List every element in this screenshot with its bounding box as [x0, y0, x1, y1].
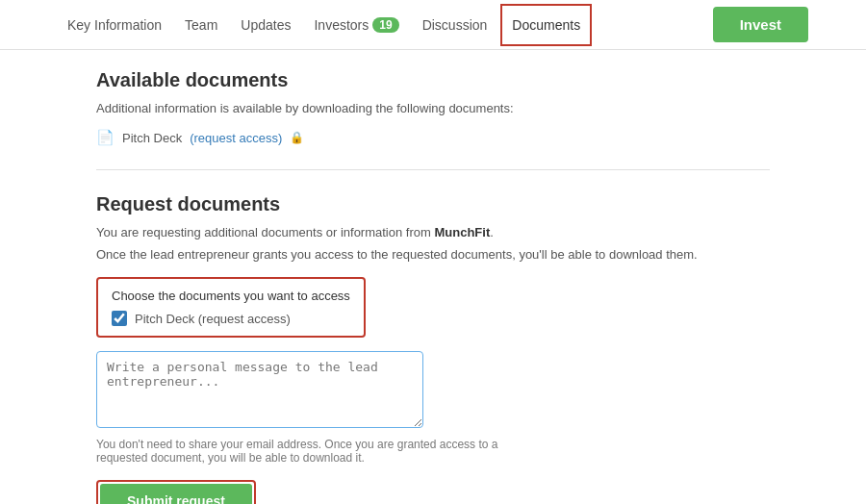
message-textarea[interactable] [96, 351, 423, 428]
choose-label: Choose the documents you want to access [112, 289, 350, 303]
document-icon: 📄 [96, 129, 115, 146]
request-desc1-suffix: . [490, 225, 494, 239]
pitch-deck-checkbox[interactable] [112, 311, 127, 326]
note-text: You don't need to share your email addre… [96, 438, 539, 465]
company-name: MunchFit [434, 225, 490, 239]
request-desc1: You are requesting additional documents … [96, 225, 770, 239]
nav-team[interactable]: Team [175, 4, 227, 46]
nav-investors[interactable]: Investors 19 [304, 4, 408, 46]
investors-badge-count: 19 [372, 17, 398, 33]
nav-investors-label: Investors [314, 17, 369, 33]
choose-documents-box: Choose the documents you want to access … [96, 277, 366, 338]
available-docs-title: Available documents [96, 69, 770, 91]
page-content: Available documents Additional informati… [0, 50, 866, 504]
nav-documents[interactable]: Documents [500, 4, 592, 46]
submit-button-wrapper: Submit request [96, 480, 256, 504]
nav-discussion[interactable]: Discussion [413, 4, 497, 46]
invest-button[interactable]: Invest [713, 7, 808, 42]
request-access-link[interactable]: (request access) [190, 131, 282, 145]
request-desc1-prefix: You are requesting additional documents … [96, 225, 434, 239]
pitch-deck-checkbox-label[interactable]: Pitch Deck (request access) [135, 312, 291, 326]
lock-icon: 🔒 [290, 131, 304, 144]
available-docs-desc: Additional information is available by d… [96, 101, 770, 115]
request-desc2: Once the lead entrepreneur grants you ac… [96, 247, 770, 262]
nav-updates[interactable]: Updates [231, 4, 300, 46]
nav-bar: Key Information Team Updates Investors 1… [0, 0, 866, 50]
submit-button[interactable]: Submit request [100, 484, 252, 504]
section-divider [96, 169, 770, 170]
nav-key-information[interactable]: Key Information [58, 4, 171, 46]
pitch-deck-item: 📄 Pitch Deck (request access) 🔒 [96, 129, 770, 146]
checkbox-row: Pitch Deck (request access) [112, 311, 350, 326]
request-docs-title: Request documents [96, 193, 770, 215]
nav-links: Key Information Team Updates Investors 1… [58, 4, 592, 46]
pitch-deck-label: Pitch Deck [122, 131, 182, 145]
